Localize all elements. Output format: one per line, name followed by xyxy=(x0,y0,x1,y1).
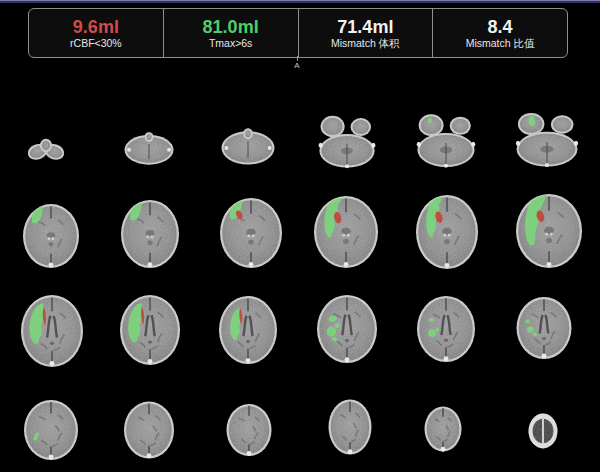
stat-value-mismatch-ratio: 8.4 xyxy=(488,18,513,36)
brain-slice-r3c6 xyxy=(515,295,574,361)
brain-slice-r4c2 xyxy=(122,400,176,461)
brain-slice-r1c4 xyxy=(315,111,379,171)
stat-label-mismatch-volume: Mismatch 体积 xyxy=(331,38,400,49)
stat-rcbf-core-volume: 9.6ml rCBF<30% xyxy=(29,9,164,57)
orientation-label: A xyxy=(294,61,299,70)
brain-slice-r4c5 xyxy=(423,405,464,454)
brain-slice-r3c2 xyxy=(118,293,182,367)
brain-slice-r3c5 xyxy=(415,294,477,364)
perfusion-stats-bar: 9.6ml rCBF<30% 81.0ml Tmax>6s 71.4ml Mis… xyxy=(28,8,568,58)
brain-slice-r1c2 xyxy=(122,131,176,168)
perfusion-overlay xyxy=(428,118,432,124)
orientation-marker-anterior: A xyxy=(290,56,304,70)
brain-slice-r2c6 xyxy=(514,192,584,270)
stat-mismatch-ratio: 8.4 Mismatch 比值 xyxy=(433,9,567,57)
brain-slice-r2c3 xyxy=(218,196,284,270)
brain-slice-r3c1 xyxy=(19,293,85,369)
scan-grid-canvas xyxy=(0,0,600,472)
brain-slice-r4c4 xyxy=(327,398,374,457)
brain-slice-r4c3 xyxy=(225,402,274,458)
stat-value-mismatch-volume: 71.4ml xyxy=(337,18,393,36)
brain-slice-r1c1 xyxy=(25,135,67,165)
stat-label-mismatch-ratio: Mismatch 比值 xyxy=(466,38,535,49)
stat-value-rcbf: 9.6ml xyxy=(73,18,119,36)
brain-slice-r3c3 xyxy=(217,294,279,366)
brain-slice-r2c2 xyxy=(119,198,181,270)
brain-slice-r2c5 xyxy=(414,193,480,271)
brain-slice-r4c6 xyxy=(527,412,560,451)
stat-value-tmax: 81.0ml xyxy=(203,18,259,36)
brain-slice-r1c3 xyxy=(219,127,277,168)
brain-slice-r2c1 xyxy=(21,202,81,270)
stat-label-tmax: Tmax>6s xyxy=(209,38,252,49)
brain-slice-r2c4 xyxy=(312,194,380,270)
stat-label-rcbf: rCBF<30% xyxy=(70,38,122,49)
brain-slice-r3c4 xyxy=(315,293,379,365)
stat-tmax-volume: 81.0ml Tmax>6s xyxy=(164,9,299,57)
brain-slice-r1c5 xyxy=(413,110,479,171)
stat-mismatch-volume: 71.4ml Mismatch 体积 xyxy=(299,9,434,57)
brain-slice-r4c1 xyxy=(22,398,80,462)
brain-slice-r1c6 xyxy=(512,108,582,170)
